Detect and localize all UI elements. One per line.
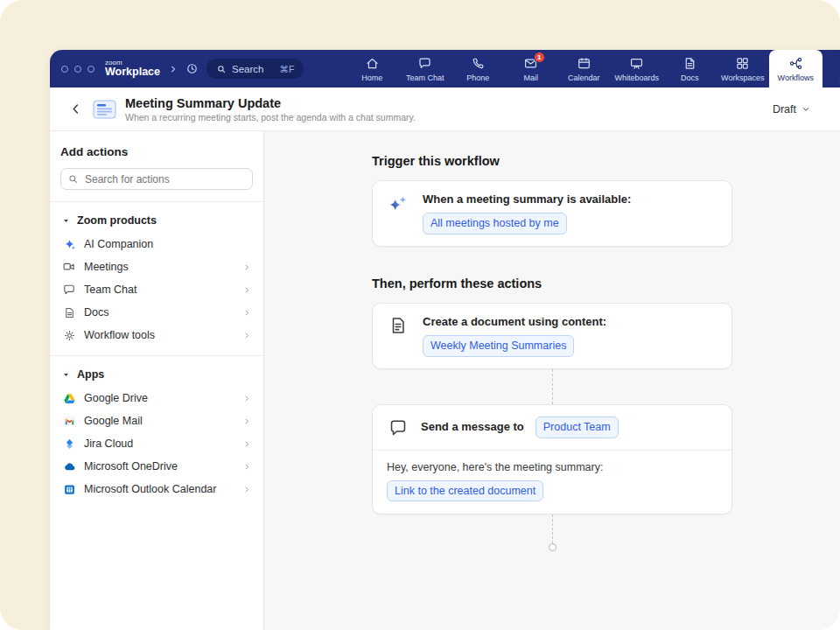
ai-sparkle-icon <box>387 193 410 216</box>
window-controls[interactable] <box>61 66 94 73</box>
caret-down-icon <box>62 371 70 379</box>
nav-item-workflows[interactable]: Workflows <box>769 50 822 88</box>
phone-icon <box>471 56 486 71</box>
search-icon <box>216 64 227 74</box>
zoom-workplace-logo: zoom Workplace <box>105 60 160 79</box>
mail-badge: 1 <box>534 52 545 63</box>
actions-heading: Then, perform these actions <box>372 276 732 290</box>
app-window: zoom Workplace Search ⌘F <box>50 50 840 630</box>
top-navbar: zoom Workplace Search ⌘F <box>50 50 840 88</box>
section-apps[interactable]: Apps <box>60 363 253 387</box>
nav-item-mail[interactable]: Mail 1 <box>505 50 558 88</box>
nav-item-calendar[interactable]: Calendar <box>557 50 611 88</box>
gear-icon <box>62 328 76 342</box>
meetings-icon <box>62 260 76 274</box>
document-link-chip[interactable]: Link to the created document <box>387 480 543 502</box>
message-icon <box>387 418 410 438</box>
action-card-send-message[interactable]: Send a message to Product Team Hey, ever… <box>372 404 732 515</box>
action-card-create-document[interactable]: Create a document using content: Weekly … <box>372 303 732 369</box>
ai-companion-icon <box>62 237 76 251</box>
chat-icon <box>62 283 76 297</box>
search-label: Search <box>232 64 263 74</box>
trigger-scope-chip[interactable]: All meetings hosted by me <box>423 213 567 234</box>
divider <box>50 355 263 356</box>
workflows-icon <box>788 56 803 71</box>
nav-item-workspaces[interactable]: Workspaces <box>717 50 770 88</box>
onedrive-icon <box>62 459 76 473</box>
recipient-chip[interactable]: Product Team <box>536 416 619 438</box>
chevron-right-icon <box>243 440 251 448</box>
search-shortcut: ⌘F <box>279 64 294 74</box>
chevron-down-icon <box>802 105 810 114</box>
history-icon[interactable] <box>186 62 199 75</box>
divider <box>50 201 263 202</box>
window-close-icon[interactable] <box>61 66 68 73</box>
sidebar-item-meetings[interactable]: Meetings <box>60 256 253 278</box>
actions-sidebar: Add actions Zoom products AI Companion <box>50 131 264 630</box>
home-icon <box>365 56 380 71</box>
sidebar-item-workflow-tools[interactable]: Workflow tools <box>60 324 253 346</box>
sidebar-item-google-drive[interactable]: Google Drive <box>60 387 253 410</box>
chevron-right-icon <box>243 463 251 471</box>
status-dropdown[interactable]: Draft <box>766 99 817 120</box>
nav-item-phone[interactable]: Phone <box>452 50 505 88</box>
chat-icon <box>417 56 432 71</box>
actions-search-input[interactable] <box>60 168 253 190</box>
brand-zoom: zoom <box>105 60 160 66</box>
page-title: Meeting Summary Update <box>125 96 416 110</box>
brand-workplace: Workplace <box>105 66 160 78</box>
sidebar-item-microsoft-outlook-calendar[interactable]: Microsoft Outlook Calendar <box>60 478 253 500</box>
chevron-right-icon <box>243 332 251 340</box>
sidebar-item-team-chat[interactable]: Team Chat <box>60 278 253 301</box>
chevron-right-icon <box>243 309 251 317</box>
workflow-canvas: Trigger this workflow When a meeting sum… <box>264 131 840 630</box>
nav-item-whiteboards[interactable]: Whiteboards <box>611 50 664 88</box>
chevron-right-icon[interactable] <box>169 65 178 74</box>
document-icon <box>387 316 410 335</box>
window-zoom-icon[interactable] <box>88 66 94 73</box>
workflow-connector <box>552 514 553 543</box>
sidebar-item-docs[interactable]: Docs <box>60 301 253 324</box>
send-message-text: Send a message to <box>421 419 524 435</box>
google-drive-icon <box>62 391 76 405</box>
chevron-right-icon <box>243 417 251 425</box>
action-text: Create a document using content: <box>423 314 606 330</box>
status-badge: Draft <box>773 103 796 116</box>
nav-items: Home Team Chat Phone Mail 1 Calend <box>346 50 840 88</box>
nav-item-more[interactable]: More <box>822 50 840 88</box>
google-mail-icon <box>62 414 76 428</box>
whiteboard-icon <box>629 56 644 71</box>
docs-icon <box>682 56 697 71</box>
actions-search <box>60 168 253 190</box>
workflow-header: Meeting Summary Update When a recurring … <box>50 88 840 131</box>
jira-cloud-icon <box>62 437 76 451</box>
workflow-thumbnail-icon <box>93 99 116 120</box>
document-content-chip[interactable]: Weekly Meeting Summaries <box>423 335 574 357</box>
trigger-text: When a meeting summary is available: <box>423 192 631 207</box>
back-button[interactable] <box>66 99 86 119</box>
workspaces-icon <box>735 56 750 71</box>
sidebar-item-microsoft-onedrive[interactable]: Microsoft OneDrive <box>60 455 253 478</box>
chevron-right-icon <box>243 263 251 271</box>
message-body-text: Hey, everyone, here's the meeting summar… <box>387 461 718 473</box>
sidebar-item-ai-companion[interactable]: AI Companion <box>60 233 253 256</box>
outlook-calendar-icon <box>62 482 76 496</box>
sidebar-item-jira-cloud[interactable]: Jira Cloud <box>60 432 253 455</box>
sidebar-item-google-mail[interactable]: Google Mail <box>60 410 253 432</box>
window-minimize-icon[interactable] <box>74 66 81 73</box>
page-subtitle: When a recurring meeting starts, post th… <box>125 112 416 122</box>
section-zoom-products[interactable]: Zoom products <box>60 209 253 233</box>
nav-item-docs[interactable]: Docs <box>663 50 717 88</box>
chevron-right-icon <box>243 395 251 402</box>
nav-item-home[interactable]: Home <box>346 50 399 88</box>
chevron-right-icon <box>243 286 251 294</box>
caret-down-icon <box>62 217 70 225</box>
global-search[interactable]: Search ⌘F <box>206 59 304 79</box>
chevron-right-icon <box>243 486 251 494</box>
add-step-node[interactable] <box>549 543 556 551</box>
trigger-card[interactable]: When a meeting summary is available: All… <box>372 180 732 247</box>
screen-frame: zoom Workplace Search ⌘F <box>0 0 840 630</box>
docs-icon <box>62 305 76 319</box>
trigger-heading: Trigger this workflow <box>372 154 732 168</box>
nav-item-team-chat[interactable]: Team Chat <box>399 50 452 88</box>
